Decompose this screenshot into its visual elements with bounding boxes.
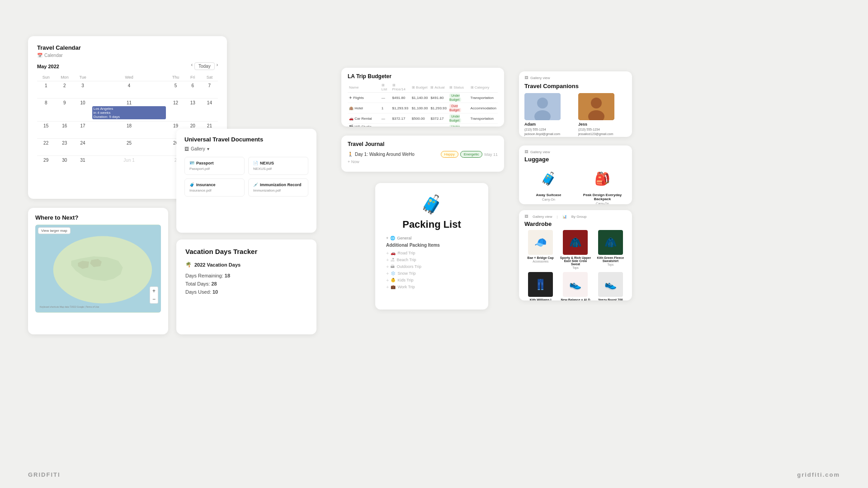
luggage-away-suitcase: 🧳 Away Suitcase Carry-On	[524, 166, 573, 204]
footer-url: gridfiti.com	[797, 471, 840, 478]
cal-day[interactable]: 24	[74, 139, 91, 156]
prev-month-btn[interactable]: ‹	[191, 62, 193, 70]
cal-day[interactable]: 7	[201, 81, 218, 99]
journal-entry: 🚶 Day 1: Walking Around WeHo Happy Energ…	[348, 151, 498, 158]
doc-item-insurance[interactable]: 🧳 Insurance Insurance.pdf	[184, 178, 245, 197]
wardrobe-pants: 👖 Kith Williams I Sweatpant Bottoms	[524, 272, 557, 300]
map-zoom-controls[interactable]: + −	[150, 286, 158, 304]
gallery-icon: 🖼	[184, 146, 189, 151]
immunization-icon: 💉	[253, 183, 258, 187]
svg-point-7	[591, 98, 602, 108]
luggage-card: 🖼 Gallery view Luggage 🧳 Away Suitcase C…	[519, 145, 632, 204]
table-row[interactable]: 🎬 WB Studio Tour — $62.11 $150.00 $62.11…	[348, 124, 498, 127]
wardrobe-header: 🖼 Gallery view | 📊 By Group	[524, 215, 627, 219]
cal-day[interactable]: Jun 1	[91, 156, 167, 173]
wardrobe-sweatshirt-green: 🧥 Kith Green Fleece Sweatshirt Tops	[594, 230, 627, 269]
calendar-sub: 📅 Calendar	[37, 53, 218, 58]
cal-day[interactable]: 14	[201, 99, 218, 122]
cal-day[interactable]: 17	[74, 122, 91, 139]
companion-photo-adam	[524, 93, 561, 120]
packing-beach-trip[interactable]: + 🏖 Beach Trip	[386, 257, 477, 263]
general-section-label[interactable]: + 🌐 General	[386, 236, 477, 240]
doc-item-immunization[interactable]: 💉 Immunization Record Immunization.pdf	[248, 178, 308, 197]
cal-day[interactable]: 3	[74, 81, 91, 99]
cal-day[interactable]: 9	[55, 99, 74, 122]
col-budget: ⊞ Budget	[410, 82, 429, 93]
budget-title: LA Trip Budgeter	[348, 73, 498, 80]
cal-day[interactable]: 18	[91, 122, 167, 139]
calendar-icon: 📅	[37, 53, 42, 58]
col-name: Name	[348, 82, 380, 93]
cal-day[interactable]: 30	[55, 156, 74, 173]
away-suitcase-sub: Carry-On	[524, 198, 573, 201]
cal-day[interactable]: 31	[74, 156, 91, 173]
calendar-arrows[interactable]: ‹ Today ›	[191, 62, 218, 70]
away-suitcase-name: Away Suitcase	[524, 193, 573, 197]
col-price: ⊞ Price/14	[391, 82, 410, 93]
cal-day[interactable]: 1	[37, 81, 55, 99]
today-button[interactable]: Today	[194, 62, 215, 70]
packing-snow-trip[interactable]: + ❄️ Snow Trip	[386, 271, 477, 276]
svg-text:Keyboard shortcuts  Map data ©: Keyboard shortcuts Map data ©2022 Google…	[40, 305, 99, 308]
additional-items-title: Additional Packing Items	[386, 243, 477, 248]
table-row[interactable]: 🏨 Hotel 1 $1,293.93 $1,100.00 $1,293.93 …	[348, 103, 498, 113]
companions-card: 🖼 Gallery view Travel Companions Adam (2…	[519, 71, 632, 137]
map-placeholder[interactable]: Keyboard shortcuts Map data ©2022 Google…	[35, 225, 161, 313]
col-tue: Tue	[74, 74, 91, 81]
cal-day[interactable]: 6	[184, 81, 201, 99]
wardrobe-cap: 🧢 Bae + Bridge Cap Accessories	[524, 230, 557, 269]
cal-day[interactable]: 5	[167, 81, 184, 99]
backpack-img: 🎒	[590, 166, 615, 191]
days-used: Days Used: 10	[185, 289, 307, 295]
vacation-title: Vacation Days Tracker	[185, 248, 307, 255]
yeezy-img: 👟	[598, 272, 623, 297]
journal-title: Travel Journal	[348, 141, 498, 147]
docs-grid: 🪪 Passport Passport.pdf 📄 NEXUS NEXUS.pd…	[184, 157, 308, 197]
gallery-view-icon: 🖼	[524, 76, 528, 80]
doc-item-nexus[interactable]: 📄 NEXUS NEXUS.pdf	[248, 157, 308, 175]
cal-day[interactable]: 11 Los Angelesin 4 weeksDuration: 5 days	[91, 99, 167, 122]
packing-road-trip[interactable]: + 🚗 Road Trip	[386, 250, 477, 256]
col-actual: ⊞ Actual	[429, 82, 448, 93]
vacation-card: Vacation Days Tracker 🌴 2022 Vacation Da…	[176, 239, 316, 334]
luggage-title: Luggage	[524, 156, 627, 163]
doc-item-passport[interactable]: 🪪 Passport Passport.pdf	[184, 157, 245, 175]
days-remaining: Days Remaining: 18	[185, 273, 307, 278]
gallery-btn[interactable]: 🖼 Gallery ▾	[184, 146, 308, 151]
yeezy-name: Yeezy Boost 700 Wave Runner	[594, 298, 627, 300]
cal-day[interactable]: 15	[37, 122, 55, 139]
cal-day[interactable]: 23	[55, 139, 74, 156]
map-title: Where to Next?	[35, 214, 161, 221]
cal-day[interactable]: 22	[37, 139, 55, 156]
cal-day[interactable]: 10	[74, 99, 91, 122]
nexus-icon: 📄	[253, 161, 258, 165]
cal-day[interactable]: 25	[91, 139, 167, 156]
wardrobe-gallery-label: Gallery view	[533, 215, 552, 219]
packing-kids-trip[interactable]: + 👶 Kids Trip	[386, 277, 477, 283]
col-fri: Fri	[184, 74, 201, 81]
jess-info: (213) 555-1234 jessalice123@gmail.com Em…	[578, 127, 627, 137]
zoom-out-btn[interactable]: −	[150, 295, 158, 303]
wardrobe-card: 🖼 Gallery view | 📊 By Group Wardrobe 🧢 B…	[519, 210, 632, 300]
cal-day[interactable]: 29	[37, 156, 55, 173]
cal-day[interactable]: 13	[184, 99, 201, 122]
packing-work-trip[interactable]: + 💼 Work Trip	[386, 284, 477, 290]
journal-new[interactable]: + Now	[348, 160, 498, 164]
cal-day[interactable]: 8	[37, 99, 55, 122]
table-row[interactable]: ✈ Flights — $491.80 $1,140.00 $491.80 Un…	[348, 93, 498, 103]
cal-day[interactable]: 4	[91, 81, 167, 99]
map-view-btn[interactable]: View larger map	[38, 227, 71, 234]
packing-icon: 🧳	[386, 194, 477, 215]
gallery-chevron-icon: ▾	[207, 146, 209, 151]
wardrobe-group-label: By Group	[571, 215, 587, 219]
zoom-in-btn[interactable]: +	[150, 287, 158, 295]
cal-day[interactable]: 2	[55, 81, 74, 99]
nb-img: 👟	[563, 272, 588, 297]
next-month-btn[interactable]: ›	[217, 62, 218, 70]
palm-tree-icon: 🌴	[185, 262, 192, 267]
cal-day[interactable]: 16	[55, 122, 74, 139]
cal-day[interactable]: 12	[167, 99, 184, 122]
table-row[interactable]: 🚗 Car Rental — $372.17 $500.00 $372.17 U…	[348, 113, 498, 124]
packing-outdoors-trip[interactable]: + 🏔 Outdoors Trip	[386, 264, 477, 269]
packing-section: + 🌐 General Additional Packing Items + 🚗…	[386, 236, 477, 290]
